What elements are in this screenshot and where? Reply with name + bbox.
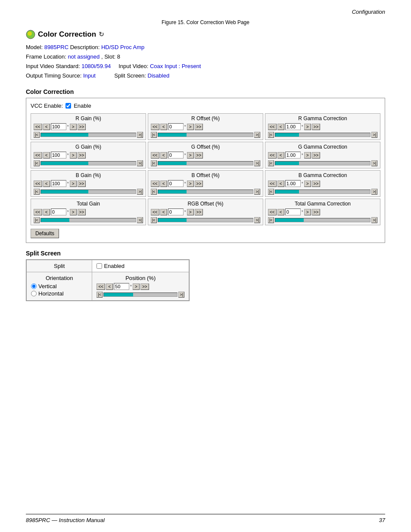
btn-home-g_gain[interactable]: |< bbox=[34, 160, 40, 166]
input-total_gain[interactable] bbox=[51, 208, 66, 215]
btn-home-g_offset[interactable]: |< bbox=[151, 160, 157, 166]
btn-nextnext-r_offset[interactable]: >> bbox=[195, 124, 203, 130]
btn-end-g_gain[interactable]: >| bbox=[137, 160, 143, 166]
slider-track-r_gamma[interactable] bbox=[275, 133, 371, 137]
input-r_gain[interactable] bbox=[51, 123, 66, 130]
btn-next-b_offset[interactable]: > bbox=[187, 180, 194, 187]
btn-home-total_gain[interactable]: |< bbox=[34, 217, 40, 223]
btn-next-g_gain[interactable]: > bbox=[70, 152, 77, 159]
btn-next-b_gamma[interactable]: > bbox=[304, 180, 311, 187]
position-home-btn[interactable]: |< bbox=[97, 292, 103, 298]
slider-track-b_gain[interactable] bbox=[40, 190, 137, 194]
position-input[interactable] bbox=[114, 283, 129, 290]
btn-home-b_offset[interactable]: |< bbox=[151, 189, 157, 195]
input-b_gain[interactable] bbox=[51, 180, 66, 187]
split-enabled-checkbox[interactable] bbox=[97, 263, 102, 269]
btn-end-b_gamma[interactable]: >| bbox=[371, 189, 377, 195]
btn-nextnext-rgb_offset[interactable]: >> bbox=[195, 209, 203, 215]
btn-next-r_offset[interactable]: > bbox=[187, 124, 194, 130]
btn-prevprev-b_gain[interactable]: << bbox=[34, 180, 42, 187]
defaults-button[interactable]: Defaults bbox=[31, 229, 59, 238]
slider-track-r_gain[interactable] bbox=[40, 133, 137, 137]
input-r_offset[interactable] bbox=[168, 123, 184, 130]
btn-next-r_gamma[interactable]: > bbox=[304, 124, 311, 130]
btn-prevprev-b_gamma[interactable]: << bbox=[268, 180, 277, 187]
btn-home-r_offset[interactable]: |< bbox=[151, 132, 157, 138]
position-prev-btn[interactable]: < bbox=[106, 283, 113, 290]
position-next-btn[interactable]: > bbox=[133, 283, 140, 290]
slider-track-b_gamma[interactable] bbox=[275, 190, 371, 194]
btn-prevprev-g_gamma[interactable]: << bbox=[268, 152, 277, 159]
btn-end-rgb_offset[interactable]: >| bbox=[254, 217, 260, 223]
btn-prev-total_gamma[interactable]: < bbox=[277, 209, 284, 215]
btn-end-g_gamma[interactable]: >| bbox=[371, 160, 377, 166]
btn-prevprev-total_gain[interactable]: << bbox=[34, 209, 42, 215]
btn-prevprev-r_gamma[interactable]: << bbox=[268, 124, 277, 130]
input-b_gamma[interactable] bbox=[285, 180, 301, 187]
slider-track-g_offset[interactable] bbox=[158, 161, 254, 165]
btn-prev-r_offset[interactable]: < bbox=[160, 124, 167, 130]
btn-nextnext-total_gamma[interactable]: >> bbox=[312, 209, 321, 215]
position-end-btn[interactable]: >| bbox=[178, 292, 184, 298]
slider-track-g_gain[interactable] bbox=[40, 161, 137, 165]
input-g_gamma[interactable] bbox=[285, 152, 301, 159]
position-prev-prev-btn[interactable]: << bbox=[97, 283, 105, 290]
btn-end-g_offset[interactable]: >| bbox=[254, 160, 260, 166]
btn-next-g_gamma[interactable]: > bbox=[304, 152, 311, 159]
btn-prevprev-g_gain[interactable]: << bbox=[34, 152, 42, 159]
btn-prev-r_gamma[interactable]: < bbox=[277, 124, 284, 130]
btn-nextnext-b_gain[interactable]: >> bbox=[78, 180, 86, 187]
btn-nextnext-r_gamma[interactable]: >> bbox=[312, 124, 321, 130]
btn-next-total_gamma[interactable]: > bbox=[304, 209, 311, 215]
btn-prevprev-rgb_offset[interactable]: << bbox=[151, 209, 159, 215]
input-g_offset[interactable] bbox=[168, 152, 184, 159]
input-total_gamma[interactable] bbox=[285, 208, 301, 215]
input-g_gain[interactable] bbox=[51, 152, 66, 159]
position-slider-track[interactable] bbox=[103, 292, 177, 297]
btn-end-r_gain[interactable]: >| bbox=[137, 132, 143, 138]
btn-nextnext-g_gamma[interactable]: >> bbox=[312, 152, 321, 159]
btn-end-b_offset[interactable]: >| bbox=[254, 189, 260, 195]
btn-nextnext-b_gamma[interactable]: >> bbox=[312, 180, 321, 187]
btn-prev-b_gamma[interactable]: < bbox=[277, 180, 284, 187]
btn-end-total_gamma[interactable]: >| bbox=[371, 217, 377, 223]
horizontal-radio[interactable] bbox=[31, 291, 37, 296]
btn-next-g_offset[interactable]: > bbox=[187, 152, 194, 159]
btn-home-g_gamma[interactable]: |< bbox=[268, 160, 274, 166]
btn-end-b_gain[interactable]: >| bbox=[137, 189, 143, 195]
btn-prevprev-b_offset[interactable]: << bbox=[151, 180, 159, 187]
btn-nextnext-g_gain[interactable]: >> bbox=[78, 152, 86, 159]
slider-track-b_offset[interactable] bbox=[158, 190, 254, 194]
position-next-next-btn[interactable]: >> bbox=[140, 283, 149, 290]
btn-end-r_gamma[interactable]: >| bbox=[371, 132, 377, 138]
btn-prev-b_offset[interactable]: < bbox=[160, 180, 167, 187]
btn-prev-rgb_offset[interactable]: < bbox=[160, 209, 167, 215]
btn-next-rgb_offset[interactable]: > bbox=[187, 209, 194, 215]
vertical-radio[interactable] bbox=[31, 283, 37, 289]
btn-nextnext-total_gain[interactable]: >> bbox=[78, 209, 86, 215]
btn-nextnext-g_offset[interactable]: >> bbox=[195, 152, 203, 159]
btn-next-r_gain[interactable]: > bbox=[70, 124, 77, 130]
btn-prevprev-g_offset[interactable]: << bbox=[151, 152, 159, 159]
btn-prev-g_gamma[interactable]: < bbox=[277, 152, 284, 159]
vcc-enable-checkbox[interactable] bbox=[65, 103, 71, 109]
btn-prev-r_gain[interactable]: < bbox=[43, 124, 50, 130]
btn-next-b_gain[interactable]: > bbox=[70, 180, 77, 187]
btn-end-r_offset[interactable]: >| bbox=[254, 132, 260, 138]
slider-track-r_offset[interactable] bbox=[158, 133, 254, 137]
btn-prev-g_gain[interactable]: < bbox=[43, 152, 50, 159]
input-r_gamma[interactable] bbox=[285, 123, 301, 130]
btn-prev-b_gain[interactable]: < bbox=[43, 180, 50, 187]
refresh-icon[interactable]: ↻ bbox=[99, 31, 104, 38]
btn-home-b_gain[interactable]: |< bbox=[34, 189, 40, 195]
btn-prevprev-r_offset[interactable]: << bbox=[151, 124, 159, 130]
slider-track-g_gamma[interactable] bbox=[275, 161, 371, 165]
btn-prev-total_gain[interactable]: < bbox=[43, 209, 50, 215]
slider-track-total_gain[interactable] bbox=[40, 218, 137, 222]
btn-end-total_gain[interactable]: >| bbox=[137, 217, 143, 223]
btn-next-total_gain[interactable]: > bbox=[70, 209, 77, 215]
slider-track-rgb_offset[interactable] bbox=[158, 218, 254, 222]
btn-nextnext-b_offset[interactable]: >> bbox=[195, 180, 203, 187]
btn-prev-g_offset[interactable]: < bbox=[160, 152, 167, 159]
btn-home-b_gamma[interactable]: |< bbox=[268, 189, 274, 195]
